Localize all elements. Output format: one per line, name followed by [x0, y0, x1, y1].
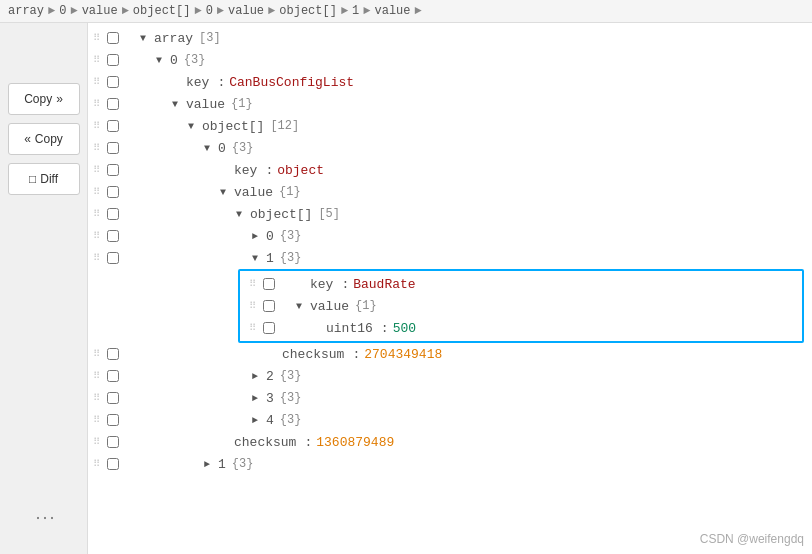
sidebar: Copy » « Copy □ Diff ⋮	[0, 23, 88, 554]
toggle-icon[interactable]: ►	[204, 459, 218, 470]
drag-handle: ⠿	[88, 348, 104, 360]
row-checkbox[interactable]	[104, 411, 122, 429]
copy-right-button[interactable]: Copy »	[8, 83, 80, 115]
diff-button[interactable]: □ Diff	[8, 163, 80, 195]
highlighted-section: ⠿ key : BaudRate ⠿	[238, 269, 804, 343]
copy-left-label: Copy	[35, 132, 63, 146]
diff-label: Diff	[40, 172, 58, 186]
tree-row: ⠿ ► 4 {3}	[88, 409, 812, 431]
tree-row: ⠿ ▼ value {1}	[244, 295, 798, 317]
drag-handle: ⠿	[88, 458, 104, 470]
row-checkbox[interactable]	[104, 73, 122, 91]
row-checkbox[interactable]	[104, 389, 122, 407]
copy-right-label: Copy	[24, 92, 52, 106]
drag-handle: ⠿	[244, 322, 260, 334]
row-checkbox[interactable]	[104, 433, 122, 451]
breadcrumb-part: object[]	[279, 4, 337, 18]
tree-row: ⠿ ► 3 {3}	[88, 387, 812, 409]
row-checkbox[interactable]	[104, 161, 122, 179]
toggle-icon[interactable]: ►	[252, 415, 266, 426]
toggle-icon[interactable]: ▼	[140, 33, 154, 44]
breadcrumb-part: 0	[206, 4, 213, 18]
drag-handle: ⠿	[88, 252, 104, 264]
drag-handle: ⠿	[244, 300, 260, 312]
drag-handle: ⠿	[88, 120, 104, 132]
breadcrumb-part: value	[228, 4, 264, 18]
drag-handle: ⠿	[88, 370, 104, 382]
toggle-icon[interactable]: ▼	[236, 209, 250, 220]
drag-handle: ⠿	[88, 54, 104, 66]
drag-handle: ⠿	[88, 230, 104, 242]
row-checkbox[interactable]	[260, 319, 278, 337]
tree-row: ⠿ key : BaudRate	[244, 273, 798, 295]
drag-handle: ⠿	[88, 208, 104, 220]
row-checkbox[interactable]	[104, 249, 122, 267]
row-checkbox[interactable]	[104, 205, 122, 223]
toggle-icon	[268, 349, 282, 360]
toggle-icon	[220, 437, 234, 448]
row-checkbox[interactable]	[104, 227, 122, 245]
toggle-icon[interactable]: ►	[252, 371, 266, 382]
value-text: object	[277, 163, 324, 178]
row-checkbox[interactable]	[260, 275, 278, 293]
toggle-icon[interactable]: ▼	[188, 121, 202, 132]
tree-row: ⠿ ▼ object[] [12]	[88, 115, 812, 137]
toggle-icon	[172, 77, 186, 88]
breadcrumb-part: array	[8, 4, 44, 18]
row-checkbox[interactable]	[260, 297, 278, 315]
drag-handle: ⠿	[88, 164, 104, 176]
row-checkbox[interactable]	[104, 29, 122, 47]
breadcrumb-part: value	[375, 4, 411, 18]
tree-row: ⠿ ▼ 1 {3}	[88, 247, 812, 269]
drag-handle: ⠿	[88, 32, 104, 44]
row-checkbox[interactable]	[104, 117, 122, 135]
tree-row: ⠿ ▼ 0 {3}	[88, 137, 812, 159]
drag-handle: ⠿	[244, 278, 260, 290]
drag-handle: ⠿	[88, 186, 104, 198]
tree-row: ⠿ uint16 : 500	[244, 317, 798, 339]
toggle-icon[interactable]: ►	[252, 393, 266, 404]
tree-view: ⠿ ▼ array [3] ⠿ ▼ 0 {3} ⠿	[88, 23, 812, 554]
row-checkbox[interactable]	[104, 51, 122, 69]
tree-row: ⠿ checksum : 2704349418	[88, 343, 812, 365]
toggle-icon[interactable]: ▼	[252, 253, 266, 264]
toggle-icon[interactable]: ▼	[156, 55, 170, 66]
copy-left-button[interactable]: « Copy	[8, 123, 80, 155]
row-checkbox[interactable]	[104, 95, 122, 113]
toggle-icon[interactable]: ▼	[204, 143, 218, 154]
row-checkbox[interactable]	[104, 139, 122, 157]
chevron-right-icon: »	[56, 92, 63, 106]
toggle-icon[interactable]: ►	[252, 231, 266, 242]
value-text: 1360879489	[316, 435, 394, 450]
breadcrumb-part: object[]	[133, 4, 191, 18]
value-text: 500	[393, 321, 416, 336]
toggle-icon	[220, 165, 234, 176]
drag-handle: ⠿	[88, 436, 104, 448]
value-text: 2704349418	[364, 347, 442, 362]
drag-handle: ⠿	[88, 76, 104, 88]
watermark: CSDN @weifengdq	[700, 532, 804, 546]
row-checkbox[interactable]	[104, 345, 122, 363]
breadcrumb: array ► 0 ► value ► object[] ► 0 ► value…	[0, 0, 812, 23]
diff-icon: □	[29, 172, 36, 186]
tree-row: ⠿ ► 1 {3}	[88, 453, 812, 475]
toggle-icon[interactable]: ▼	[220, 187, 234, 198]
tree-row: ⠿ checksum : 1360879489	[88, 431, 812, 453]
tree-row: ⠿ ▼ 0 {3}	[88, 49, 812, 71]
toggle-icon[interactable]: ▼	[296, 301, 310, 312]
toggle-icon	[312, 323, 326, 334]
tree-row: ⠿ ► 0 {3}	[88, 225, 812, 247]
row-checkbox[interactable]	[104, 455, 122, 473]
toggle-icon	[296, 279, 310, 290]
toggle-icon[interactable]: ▼	[172, 99, 186, 110]
tree-row: ⠿ ▼ value {1}	[88, 93, 812, 115]
row-checkbox[interactable]	[104, 367, 122, 385]
row-checkbox[interactable]	[104, 183, 122, 201]
breadcrumb-part: 1	[352, 4, 359, 18]
drag-handle: ⠿	[88, 414, 104, 426]
tree-row: ⠿ ▼ array [3]	[88, 27, 812, 49]
more-options-icon[interactable]: ⋮	[32, 508, 56, 530]
value-text: BaudRate	[353, 277, 415, 292]
value-text: CanBusConfigList	[229, 75, 354, 90]
breadcrumb-part: value	[82, 4, 118, 18]
